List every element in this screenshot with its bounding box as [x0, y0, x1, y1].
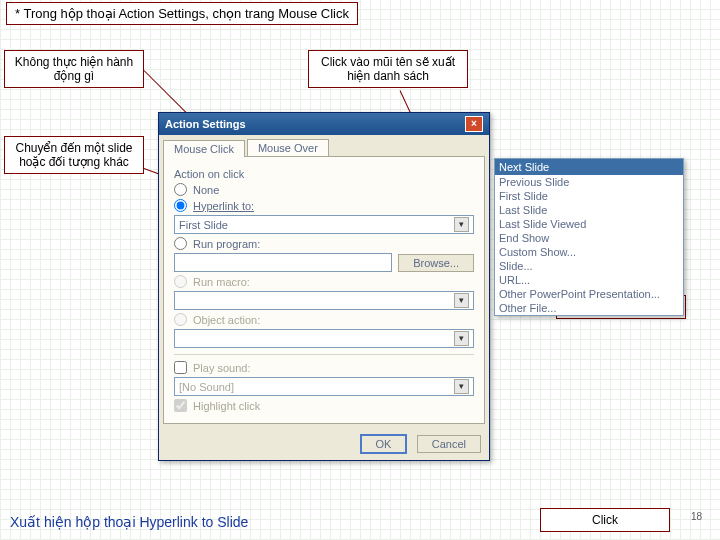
label-run-program: Run program: [193, 238, 260, 250]
tab-mouse-click[interactable]: Mouse Click [163, 140, 245, 157]
radio-none[interactable] [174, 183, 187, 196]
checkbox-play-sound[interactable] [174, 361, 187, 374]
browse-button[interactable]: Browse... [398, 254, 474, 272]
hyperlink-value: First Slide [179, 219, 228, 231]
callout-click: Click [540, 508, 670, 532]
flyout-option[interactable]: Slide... [495, 259, 683, 273]
instruction-text: * Trong hộp thoại Action Settings, chọn … [6, 2, 358, 25]
bottom-note: Xuất hiện hộp thoại Hyperlink to Slide [10, 514, 248, 530]
label-object-action: Object action: [193, 314, 260, 326]
radio-object-action [174, 313, 187, 326]
chevron-down-icon: ▾ [454, 293, 469, 308]
ok-button[interactable]: OK [360, 434, 408, 454]
dialog-panel: Action on click None Hyperlink to: First… [163, 156, 485, 424]
checkbox-highlight [174, 399, 187, 412]
action-settings-dialog: Action Settings × Mouse Click Mouse Over… [158, 112, 490, 461]
cancel-button[interactable]: Cancel [417, 435, 481, 453]
chevron-down-icon: ▾ [454, 379, 469, 394]
tab-mouse-over[interactable]: Mouse Over [247, 139, 329, 156]
object-action-dropdown: ▾ [174, 329, 474, 348]
chevron-down-icon: ▾ [454, 331, 469, 346]
hyperlink-dropdown[interactable]: First Slide ▾ [174, 215, 474, 234]
program-field [174, 253, 392, 272]
flyout-option[interactable]: Last Slide [495, 203, 683, 217]
label-none: None [193, 184, 219, 196]
flyout-option[interactable]: End Show [495, 231, 683, 245]
flyout-option[interactable]: URL... [495, 273, 683, 287]
macro-dropdown: ▾ [174, 291, 474, 310]
flyout-option[interactable]: Custom Show... [495, 245, 683, 259]
dialog-buttons: OK Cancel [159, 428, 489, 460]
flyout-option[interactable]: Other PowerPoint Presentation... [495, 287, 683, 301]
dialog-title: Action Settings [165, 118, 246, 130]
flyout-option[interactable]: Other File... [495, 301, 683, 315]
flyout-option[interactable]: First Slide [495, 189, 683, 203]
flyout-option[interactable]: Last Slide Viewed [495, 217, 683, 231]
dialog-titlebar: Action Settings × [159, 113, 489, 135]
radio-run-macro [174, 275, 187, 288]
flyout-option[interactable]: Previous Slide [495, 175, 683, 189]
label-highlight: Highlight click [193, 400, 260, 412]
callout-move-slide: Chuyển đến một slide hoặc đối tượng khác [4, 136, 144, 174]
radio-run-program[interactable] [174, 237, 187, 250]
close-button[interactable]: × [465, 116, 483, 132]
slide-number: 18 [691, 511, 702, 522]
label-run-macro: Run macro: [193, 276, 250, 288]
chevron-down-icon[interactable]: ▾ [454, 217, 469, 232]
label-play-sound: Play sound: [193, 362, 250, 374]
callout-arrow-list: Click vào mũi tên sẽ xuất hiện danh sách [308, 50, 468, 88]
section-label: Action on click [174, 168, 474, 180]
label-hyperlink: Hyperlink to: [193, 200, 254, 212]
connector-line [144, 70, 191, 117]
radio-hyperlink[interactable] [174, 199, 187, 212]
callout-no-action: Không thực hiện hành động gì [4, 50, 144, 88]
flyout-header[interactable]: Next Slide [495, 159, 683, 175]
sound-dropdown: [No Sound]▾ [174, 377, 474, 396]
hyperlink-options-list: Next Slide Previous SlideFirst SlideLast… [494, 158, 684, 316]
